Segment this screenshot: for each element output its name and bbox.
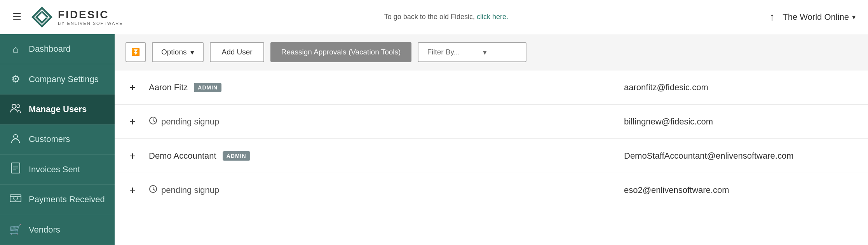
logo-icon	[31, 6, 53, 28]
user-info: pending signup	[149, 185, 615, 196]
content-area: ⏬ Options ▾ Add User Reassign Approvals …	[115, 34, 868, 245]
clock-icon	[149, 116, 157, 127]
banner-text: To go back to the old Fidesic,	[384, 13, 475, 21]
collapse-icon: ⏬	[131, 48, 140, 56]
sidebar-item-invoices-sent[interactable]: Invoices Sent	[0, 155, 115, 185]
options-button[interactable]: Options ▾	[152, 42, 204, 62]
add-user-button[interactable]: Add User	[210, 42, 264, 62]
user-email: aaronfitz@fidesic.com	[624, 82, 857, 93]
filter-caret-icon: ▾	[483, 48, 487, 57]
expand-button[interactable]: +	[125, 150, 139, 162]
svg-line-20	[153, 189, 155, 190]
manage-users-icon	[9, 102, 22, 117]
sidebar-manage-users-label: Manage Users	[29, 104, 87, 114]
expand-button[interactable]: +	[125, 116, 139, 128]
invoices-icon	[9, 162, 22, 177]
table-row: + pending signup billingnew@fides	[115, 105, 868, 139]
sidebar: ⌂ Dashboard ⚙ Company Settings Manage Us…	[0, 34, 115, 245]
header-banner: To go back to the old Fidesic, click her…	[123, 13, 770, 21]
pending-info: pending signup	[149, 185, 219, 196]
company-selector[interactable]: The World Online ▾	[783, 12, 856, 22]
svg-rect-12	[10, 195, 21, 202]
pending-info: pending signup	[149, 116, 219, 127]
user-name: Demo Accountant	[149, 151, 216, 161]
top-header: ☰ FIDESIC BY ENLIVEN SOFTWARE To go back…	[0, 0, 868, 34]
table-row: + pending signup eso2@enlivensoft	[115, 173, 868, 207]
filter-button[interactable]: Filter By... ▾	[418, 42, 526, 62]
sidebar-dashboard-label: Dashboard	[29, 44, 71, 54]
header-right: ↑ The World Online ▾	[769, 11, 856, 23]
add-user-label: Add User	[221, 48, 252, 56]
reassign-approvals-button[interactable]: Reassign Approvals (Vacation Tools)	[270, 42, 412, 62]
hamburger-icon[interactable]: ☰	[12, 11, 21, 23]
svg-point-6	[17, 105, 20, 108]
svg-point-5	[12, 104, 16, 108]
user-info: Demo Accountant ADMIN	[149, 151, 615, 161]
options-label: Options	[161, 48, 186, 56]
user-email: eso2@enlivensoftware.com	[624, 185, 857, 195]
upload-icon[interactable]: ↑	[769, 11, 775, 23]
company-caret-icon: ▾	[852, 13, 856, 21]
sidebar-item-company-settings[interactable]: ⚙ Company Settings	[0, 64, 115, 94]
filter-label: Filter By...	[427, 48, 460, 56]
logo-fidesic-label: FIDESIC	[58, 9, 123, 21]
admin-badge: ADMIN	[194, 83, 221, 92]
payments-icon	[9, 193, 22, 206]
user-name: Aaron Fitz	[149, 82, 188, 93]
sidebar-company-settings-label: Company Settings	[29, 74, 99, 84]
sidebar-item-payments-received[interactable]: Payments Received	[0, 185, 115, 215]
sidebar-item-manage-users[interactable]: Manage Users	[0, 94, 115, 124]
home-icon: ⌂	[9, 43, 22, 55]
admin-badge: ADMIN	[223, 151, 250, 161]
user-info: Aaron Fitz ADMIN	[149, 82, 615, 93]
user-email: DemoStaffAccountant@enlivensoftware.com	[624, 151, 857, 161]
logo-area: FIDESIC BY ENLIVEN SOFTWARE	[31, 6, 123, 28]
sidebar-item-customers[interactable]: Customers	[0, 124, 115, 154]
pending-label: pending signup	[161, 117, 219, 127]
expand-button[interactable]: +	[125, 81, 139, 94]
customers-icon	[9, 133, 22, 146]
pending-label: pending signup	[161, 185, 219, 195]
svg-line-17	[153, 121, 155, 122]
expand-button[interactable]: +	[125, 184, 139, 196]
vendors-icon: 🛒	[9, 224, 22, 236]
collapse-button[interactable]: ⏬	[125, 42, 146, 62]
table-row: + Demo Accountant ADMIN DemoStaffAccount…	[115, 139, 868, 173]
logo-text: FIDESIC BY ENLIVEN SOFTWARE	[58, 9, 123, 26]
company-name-label: The World Online	[783, 12, 849, 22]
user-email: billingnew@fidesic.com	[624, 117, 857, 127]
sidebar-vendors-label: Vendors	[29, 225, 60, 235]
table-row: + Aaron Fitz ADMIN aaronfitz@fidesic.com	[115, 70, 868, 105]
options-caret-icon: ▾	[190, 48, 194, 57]
sidebar-item-vendors[interactable]: 🛒 Vendors	[0, 215, 115, 245]
reassign-label: Reassign Approvals (Vacation Tools)	[281, 48, 401, 56]
toolbar: ⏬ Options ▾ Add User Reassign Approvals …	[115, 34, 868, 70]
user-info: pending signup	[149, 116, 615, 127]
sidebar-invoices-label: Invoices Sent	[29, 164, 80, 175]
main-layout: ⌂ Dashboard ⚙ Company Settings Manage Us…	[0, 34, 868, 245]
sidebar-customers-label: Customers	[29, 134, 70, 144]
logo-sub-label: BY ENLIVEN SOFTWARE	[58, 21, 123, 26]
banner-link[interactable]: click here.	[477, 13, 508, 21]
sidebar-payments-label: Payments Received	[29, 194, 105, 205]
user-list: + Aaron Fitz ADMIN aaronfitz@fidesic.com…	[115, 70, 868, 245]
gear-icon: ⚙	[9, 73, 22, 85]
clock-icon	[149, 185, 157, 196]
sidebar-item-dashboard[interactable]: ⌂ Dashboard	[0, 34, 115, 64]
svg-point-7	[14, 135, 17, 138]
